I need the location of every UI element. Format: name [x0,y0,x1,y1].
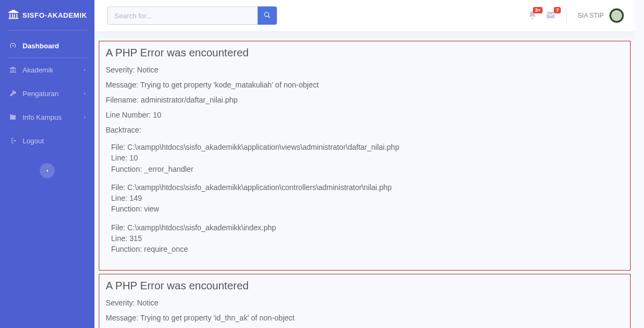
sidebar-nav: DashboardAkademikPengaturanInfo KampusLo… [0,31,94,152]
backtrace-func: Function: view [111,203,624,214]
backtrace-line: Line: 315 [111,233,624,244]
chevron-right-icon [83,113,87,121]
backtrace-entry: File: C:\xampp\htdocs\sisfo_akademikk\ap… [106,142,624,174]
sidebar-item-akademik[interactable]: Akademik [0,58,94,82]
backtrace-entry: File: C:\xampp\htdocs\sisfo_akademikk\in… [106,222,624,255]
topbar-right: 3+ 7 SIA STIP [528,8,624,24]
error-severity: Severity: Notice [106,298,624,307]
content: A PHP Error was encounteredSeverity: Not… [94,31,635,328]
brand-text: SISFO-AKADEMIK [23,11,87,19]
university-icon [9,65,17,74]
backtrace-label: Backtrace: [106,126,624,134]
backtrace-func: Function: _error_handler [111,164,624,174]
logout-icon [9,136,17,145]
chevron-right-icon [83,90,87,98]
backtrace-file: File: C:\xampp\htdocs\sisfo_akademikk\in… [111,222,624,233]
php-error-box: A PHP Error was encounteredSeverity: Not… [99,274,631,328]
envelope-icon [546,13,555,21]
divider [566,8,567,24]
sidebar-item-pengaturan[interactable]: Pengaturan [0,82,94,105]
error-title: A PHP Error was encountered [106,47,624,59]
backtrace-func: Function: require_once [111,244,624,254]
backtrace-file: File: C:\xampp\htdocs\sisfo_akademikk\ap… [111,182,624,193]
search-input[interactable] [107,6,258,25]
error-filename: Filename: administrator/daftar_nilai.php [106,96,624,104]
error-message: Message: Trying to get property 'id_thn_… [106,314,624,322]
backtrace-line: Line: 149 [111,193,624,203]
backtrace-file: File: C:\xampp\htdocs\sisfo_akademikk\ap… [111,142,624,152]
username: SIA STIP [577,12,604,19]
sidebar-item-dashboard[interactable]: Dashboard [0,34,94,57]
user-menu[interactable]: SIA STIP [577,8,624,23]
alerts-button[interactable]: 3+ [528,10,537,21]
sidebar-toggle-button[interactable] [40,163,55,178]
topbar: 3+ 7 SIA STIP [94,0,635,31]
university-icon [8,9,19,22]
messages-badge: 7 [554,7,561,14]
sidebar-item-label: Dashboard [23,42,59,50]
brand[interactable]: SISFO-AKADEMIK [0,0,94,30]
chevron-right-icon [83,66,87,74]
gauge-icon [9,41,17,50]
search-icon [264,11,271,20]
sidebar-item-label: Logout [23,137,44,145]
main: 3+ 7 SIA STIP A PHP Error was encountere… [94,0,635,328]
php-error-box: A PHP Error was encounteredSeverity: Not… [99,41,631,271]
backtrace-line: Line: 10 [111,152,624,163]
search-form [107,6,277,25]
error-line: Line Number: 10 [106,111,624,119]
error-message: Message: Trying to get property 'kode_ma… [106,81,624,89]
avatar [609,8,624,23]
error-title: A PHP Error was encountered [106,280,624,292]
alerts-badge: 3+ [533,7,543,14]
wrench-icon [9,89,17,98]
sidebar-item-label: Info Kampus [23,113,62,121]
sidebar-item-info-kampus[interactable]: Info Kampus [0,105,94,129]
backtrace-entry: File: C:\xampp\htdocs\sisfo_akademikk\ap… [106,182,624,215]
bell-icon [528,13,537,21]
error-severity: Severity: Notice [106,65,624,74]
sidebar: SISFO-AKADEMIK DashboardAkademikPengatur… [0,0,94,328]
messages-button[interactable]: 7 [546,10,555,21]
search-button[interactable] [258,6,277,25]
sidebar-item-label: Akademik [23,66,53,74]
sidebar-item-logout[interactable]: Logout [0,129,94,152]
sidebar-item-label: Pengaturan [23,90,58,98]
folder-icon [9,113,17,121]
